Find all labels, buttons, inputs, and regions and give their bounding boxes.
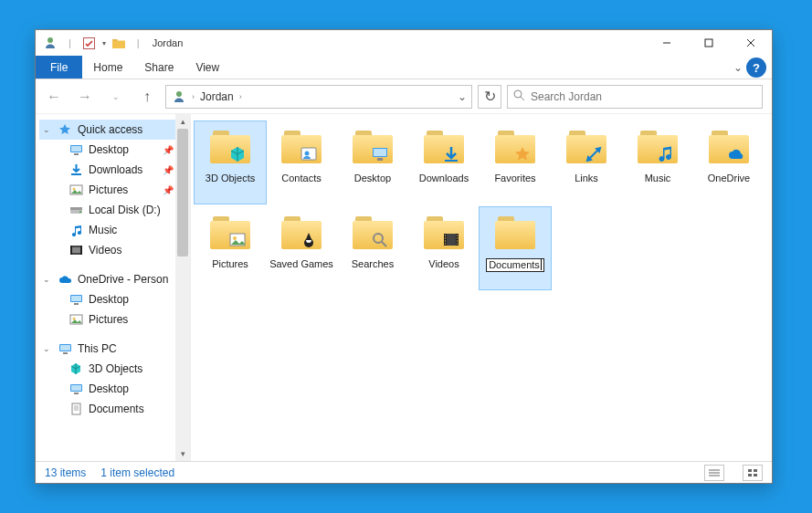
tab-share[interactable]: Share <box>133 56 185 79</box>
folder-item[interactable]: Downloads <box>408 121 480 204</box>
folder-item[interactable]: Contacts <box>266 121 337 204</box>
item-label[interactable]: Documents <box>486 258 544 272</box>
expand-icon[interactable]: ⌄ <box>43 125 52 134</box>
svg-point-55 <box>457 235 458 236</box>
tab-home[interactable]: Home <box>82 56 133 79</box>
ribbon-collapse-icon[interactable]: ⌄ <box>730 56 746 79</box>
pin-icon: 📌 <box>163 165 174 175</box>
svg-rect-31 <box>71 385 81 391</box>
folder-item[interactable]: 3D Objects <box>195 121 266 204</box>
address-history-dropdown[interactable]: ⌄ <box>453 90 471 103</box>
svg-rect-40 <box>374 149 386 156</box>
tab-view[interactable]: View <box>185 56 230 79</box>
item-icon <box>69 162 83 177</box>
search-box[interactable]: Search Jordan <box>507 85 763 109</box>
chevron-right-icon[interactable]: › <box>190 92 196 101</box>
star-icon <box>513 145 532 165</box>
nav-label: OneDrive - Person <box>78 273 168 286</box>
maximize-button[interactable] <box>688 30 730 56</box>
item-label: 3D Objects <box>206 173 255 184</box>
svg-rect-11 <box>74 153 79 155</box>
nav-item[interactable]: Pictures📌 <box>39 180 190 200</box>
nav-item[interactable]: 3D Objects <box>39 359 190 379</box>
nav-scrollbar[interactable]: ▴ ▾ <box>175 114 190 461</box>
svg-rect-32 <box>74 393 79 394</box>
nav-item[interactable]: Desktop📌 <box>39 140 190 160</box>
nav-item-label: Downloads <box>89 163 142 176</box>
folder-item[interactable]: Favorites <box>480 121 551 204</box>
svg-rect-65 <box>754 474 757 476</box>
svg-rect-12 <box>71 173 81 175</box>
svg-rect-62 <box>748 469 752 472</box>
item-label: Pictures <box>212 258 248 270</box>
folder-item[interactable]: Saved Games <box>266 207 337 289</box>
item-label: Videos <box>428 258 459 270</box>
close-button[interactable] <box>730 30 772 56</box>
folder-item[interactable]: Pictures <box>195 207 266 289</box>
breadcrumb-segment[interactable]: Jordan <box>200 90 234 103</box>
expand-icon[interactable]: ⌄ <box>43 275 52 284</box>
folder-item[interactable]: Links <box>551 121 622 204</box>
download-icon <box>442 145 460 165</box>
nav-item[interactable]: Music <box>39 220 190 240</box>
scroll-down-icon[interactable]: ▾ <box>175 446 190 461</box>
nav-quick-access[interactable]: ⌄ Quick access <box>39 120 190 140</box>
picture-icon <box>228 231 247 251</box>
item-label: Desktop <box>354 173 391 184</box>
address-bar[interactable]: › Jordan › ⌄ <box>165 85 472 109</box>
separator: | <box>137 37 140 48</box>
folder-item[interactable]: Desktop <box>337 121 408 204</box>
nav-item[interactable]: Local Disk (D:) <box>39 200 190 220</box>
scroll-track[interactable] <box>175 129 190 446</box>
folder-icon <box>707 125 751 169</box>
svg-line-8 <box>521 97 524 100</box>
view-details-button[interactable] <box>704 465 724 481</box>
svg-point-26 <box>72 318 75 320</box>
scroll-up-icon[interactable]: ▴ <box>175 114 190 129</box>
recent-locations-button[interactable]: ⌄ <box>103 84 129 110</box>
qat-checkbox-icon[interactable] <box>82 36 97 50</box>
svg-point-0 <box>47 37 53 43</box>
folder-item[interactable]: Music <box>622 121 693 204</box>
svg-rect-3 <box>705 39 712 47</box>
item-label: Downloads <box>419 173 469 184</box>
svg-rect-42 <box>445 160 458 162</box>
nav-item[interactable]: Pictures <box>39 309 190 330</box>
nav-item[interactable]: Documents <box>39 399 190 419</box>
up-button[interactable]: ↑ <box>134 84 160 110</box>
folder-item[interactable]: Searches <box>337 207 408 289</box>
item-label: Music <box>645 173 671 184</box>
nav-onedrive[interactable]: ⌄ OneDrive - Person <box>39 269 190 289</box>
folder-item[interactable]: Videos <box>408 207 480 289</box>
svg-point-54 <box>445 243 446 244</box>
tab-file[interactable]: File <box>36 56 82 79</box>
ribbon: File Home Share View ⌄ ? <box>36 56 772 79</box>
nav-item[interactable]: Videos <box>39 240 190 260</box>
forward-button[interactable]: → <box>72 84 98 110</box>
search-icon <box>371 231 389 251</box>
svg-point-58 <box>457 243 458 244</box>
qat-dropdown-icon[interactable]: ▾ <box>102 39 106 47</box>
folder-icon <box>351 211 395 255</box>
view-large-icons-button[interactable] <box>743 465 763 481</box>
cloud-icon <box>727 145 745 165</box>
minimize-button[interactable] <box>646 30 688 56</box>
nav-this-pc[interactable]: ⌄ This PC <box>39 339 190 359</box>
help-button[interactable]: ? <box>746 58 766 78</box>
back-button[interactable]: ← <box>41 84 67 110</box>
folder-item[interactable]: Documents <box>480 207 551 289</box>
item-label: Favorites <box>494 173 535 184</box>
chevron-right-icon[interactable]: › <box>237 92 244 101</box>
folder-item[interactable]: OneDrive <box>693 121 765 204</box>
cube-icon <box>228 145 247 165</box>
scroll-thumb[interactable] <box>177 129 188 256</box>
refresh-button[interactable]: ↻ <box>478 85 501 109</box>
nav-item[interactable]: Downloads📌 <box>39 160 190 180</box>
nav-item[interactable]: Desktop <box>39 289 190 309</box>
svg-rect-16 <box>70 207 82 210</box>
svg-rect-64 <box>748 474 752 476</box>
expand-icon[interactable]: ⌄ <box>43 344 52 353</box>
status-selection: 1 item selected <box>100 466 174 479</box>
nav-item[interactable]: Desktop <box>39 379 190 399</box>
content-area[interactable]: 3D ObjectsContactsDesktopDownloadsFavori… <box>191 114 772 461</box>
